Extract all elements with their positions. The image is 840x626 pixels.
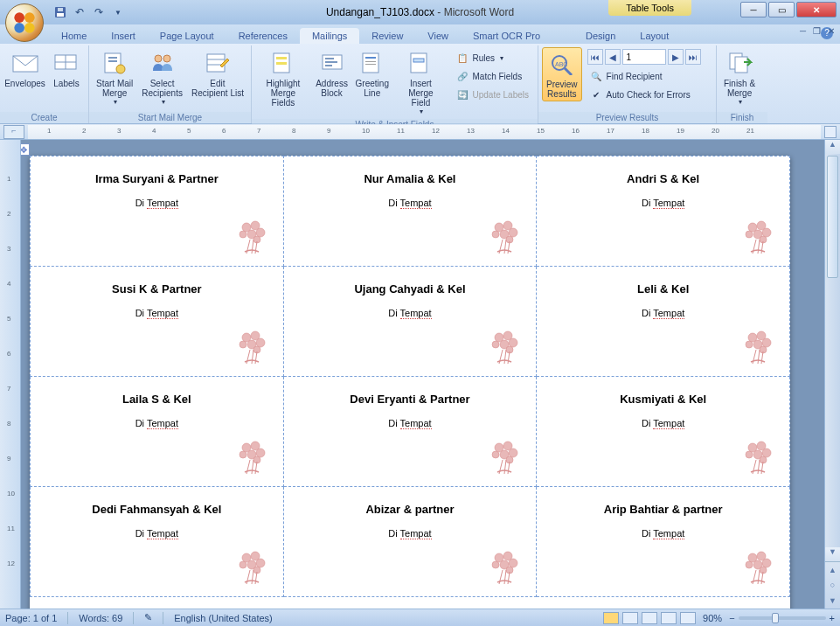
flower-icon <box>485 549 524 588</box>
flower-icon <box>739 549 777 588</box>
doc-close-icon[interactable]: ✕ <box>828 26 835 36</box>
tab-mailings[interactable]: Mailings <box>300 28 359 44</box>
label-cell[interactable]: Leli & KelDi Tempat <box>537 267 790 377</box>
minimize-button[interactable]: ─ <box>740 2 767 17</box>
page-status[interactable]: Page: 1 of 1 <box>5 613 57 623</box>
zoom-slider-thumb[interactable] <box>772 613 779 623</box>
qat-dropdown-icon[interactable]: ▼ <box>110 4 126 20</box>
page: ✥ Irma Suryani & PartnerDi TempatNur Ama… <box>30 156 790 609</box>
label-cell[interactable]: Irma Suryani & PartnerDi Tempat <box>31 156 284 267</box>
maximize-button[interactable]: ▭ <box>768 2 795 17</box>
svg-point-46 <box>509 228 517 237</box>
label-cell[interactable]: Devi Eryanti & PartnerDi Tempat <box>283 377 537 487</box>
proofing-icon[interactable]: ✎ <box>144 612 152 623</box>
vertical-ruler[interactable]: 123456789101112 <box>0 140 21 609</box>
doc-restore-icon[interactable]: ❐ <box>813 26 821 36</box>
draft-view-button[interactable] <box>680 612 696 624</box>
highlight-fields-button[interactable]: Highlight Merge Fields <box>255 47 311 109</box>
match-label: Match Fields <box>473 72 523 81</box>
place-text: Di Tempat <box>39 418 274 428</box>
table-tools-label: Table Tools <box>608 0 691 16</box>
label-cell[interactable]: Susi K & PartnerDi Tempat <box>31 267 284 377</box>
tab-smart-ocr[interactable]: Smart OCR Pro <box>461 28 552 44</box>
flower-icon <box>233 549 271 588</box>
office-button[interactable] <box>5 3 44 42</box>
label-cell[interactable]: Dedi Fahmansyah & KelDi Tempat <box>31 487 284 597</box>
next-page-button[interactable]: ▼ <box>829 596 837 605</box>
save-icon[interactable] <box>52 4 68 20</box>
auto-check-errors-button[interactable]: ✔Auto Check for Errors <box>586 86 703 103</box>
vertical-scrollbar[interactable]: ▲ ▼ ▲ ○ ▼ <box>824 140 840 609</box>
prev-page-button[interactable]: ▲ <box>829 566 837 574</box>
select-recipients-button[interactable]: Select Recipients <box>138 47 186 108</box>
table-move-handle[interactable]: ✥ <box>21 143 30 156</box>
print-layout-view-button[interactable] <box>603 612 619 624</box>
svg-rect-31 <box>411 53 427 73</box>
highlight-icon <box>269 49 297 77</box>
svg-point-78 <box>240 451 246 458</box>
tab-layout[interactable]: Layout <box>628 28 681 44</box>
label-cell[interactable]: Nur Amalia & KelDi Tempat <box>283 156 537 267</box>
label-cell[interactable]: Laila S & KelDi Tempat <box>31 377 284 487</box>
address-block-button[interactable]: Address Block <box>313 47 351 100</box>
undo-icon[interactable]: ↶ <box>72 4 87 20</box>
horizontal-ruler[interactable]: 123456789101112131415161718192021 <box>28 125 821 139</box>
word-count[interactable]: Words: 69 <box>79 613 122 623</box>
edit-recipient-list-button[interactable]: Edit Recipient List <box>188 47 247 100</box>
place-text: Di Tempat <box>39 308 274 318</box>
next-record-button[interactable]: ▶ <box>668 49 684 65</box>
prev-record-button[interactable]: ◀ <box>605 49 621 65</box>
record-number-input[interactable] <box>622 49 666 65</box>
greeting-line-button[interactable]: Greeting Line <box>352 47 392 100</box>
page-viewport[interactable]: ✥ Irma Suryani & PartnerDi TempatNur Ama… <box>21 140 824 609</box>
zoom-in-button[interactable]: + <box>830 613 835 623</box>
tab-references[interactable]: References <box>226 28 300 44</box>
flower-icon <box>739 329 777 367</box>
match-fields-button[interactable]: 🔗Match Fields <box>452 67 533 85</box>
place-text: Di Tempat <box>293 198 528 208</box>
preview-results-button[interactable]: ABCPreview Results <box>542 47 582 101</box>
tab-insert[interactable]: Insert <box>99 28 148 44</box>
label-cell[interactable]: Arip Bahtiar & partnerDi Tempat <box>537 487 790 597</box>
mail-merge-icon <box>101 49 128 77</box>
ruler-toggle-button[interactable] <box>824 126 837 138</box>
tab-view[interactable]: View <box>415 28 461 44</box>
doc-minimize-icon[interactable]: ─ <box>800 26 806 36</box>
select-browse-object-button[interactable]: ○ <box>830 581 835 589</box>
recipient-name: Nur Amalia & Kel <box>293 172 528 185</box>
svg-rect-17 <box>207 54 225 72</box>
first-record-button[interactable]: ⏮ <box>587 49 603 65</box>
tab-home[interactable]: Home <box>49 28 99 44</box>
tab-review[interactable]: Review <box>359 28 415 44</box>
last-record-button[interactable]: ⏭ <box>685 49 701 65</box>
label-cell[interactable]: Kusmiyati & KelDi Tempat <box>537 377 790 487</box>
label-cell[interactable]: Andri S & KelDi Tempat <box>537 156 790 267</box>
tab-page-layout[interactable]: Page Layout <box>148 28 226 44</box>
scroll-up-button[interactable]: ▲ <box>825 140 840 154</box>
close-button[interactable]: ✕ <box>796 2 837 17</box>
find-recipient-button[interactable]: 🔍Find Recipient <box>586 67 703 85</box>
envelopes-button[interactable]: Envelopes <box>3 47 46 90</box>
zoom-out-button[interactable]: − <box>729 613 734 623</box>
finish-merge-button[interactable]: Finish & Merge <box>720 47 759 108</box>
scroll-down-button[interactable]: ▼ <box>825 547 840 561</box>
zoom-slider[interactable] <box>739 616 826 620</box>
language-status[interactable]: English (United States) <box>174 613 273 623</box>
outline-view-button[interactable] <box>661 612 677 624</box>
insert-merge-field-button[interactable]: Insert Merge Field <box>393 47 448 117</box>
labels-button[interactable]: Labels <box>48 47 85 90</box>
scroll-thumb[interactable] <box>827 156 838 278</box>
web-layout-view-button[interactable] <box>642 612 657 624</box>
zoom-level[interactable]: 90% <box>703 613 722 623</box>
rules-button[interactable]: 📋Rules <box>452 49 533 66</box>
start-mail-merge-button[interactable]: Start Mail Merge <box>93 47 136 108</box>
svg-point-0 <box>14 12 24 23</box>
svg-point-84 <box>492 451 499 458</box>
tab-design[interactable]: Design <box>573 28 628 44</box>
recipient-name: Leli & Kel <box>545 282 781 296</box>
label-cell[interactable]: Abizar & partnerDi Tempat <box>283 487 537 597</box>
redo-icon[interactable]: ↷ <box>91 4 107 20</box>
full-screen-view-button[interactable] <box>622 612 638 624</box>
ruler-corner[interactable]: ⌐ <box>3 125 24 139</box>
label-cell[interactable]: Ujang Cahyadi & KelDi Tempat <box>283 267 537 377</box>
